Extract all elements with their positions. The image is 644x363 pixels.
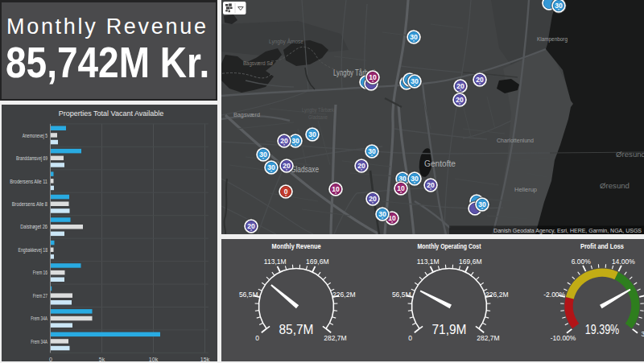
svg-text:30: 30 [259, 151, 267, 159]
svg-text:20: 20 [456, 96, 464, 104]
svg-text:Gladsaxe: Gladsaxe [308, 114, 328, 120]
svg-text:113,1M: 113,1M [264, 258, 287, 266]
svg-text:282,7M: 282,7M [324, 334, 346, 342]
svg-text:Monthly Revenue: Monthly Revenue [272, 242, 321, 250]
svg-text:0: 0 [408, 334, 412, 342]
svg-text:Øresund: Øresund [600, 182, 630, 190]
svg-text:Lyngby Åmose: Lyngby Åmose [269, 38, 303, 45]
svg-text:Properties Total Vacant Availa: Properties Total Vacant Available [59, 109, 164, 118]
svg-text:Frem 27: Frem 27 [33, 293, 47, 299]
svg-text:Hellerup: Hellerup [514, 186, 537, 193]
svg-text:19.39%: 19.39% [585, 323, 620, 336]
svg-text:30.00%: 30.00% [642, 330, 644, 338]
svg-text:30: 30 [478, 200, 486, 208]
svg-text:10k: 10k [149, 357, 159, 361]
svg-text:30: 30 [291, 137, 299, 145]
svg-text:20: 20 [476, 76, 484, 84]
svg-text:30: 30 [411, 77, 419, 85]
svg-text:Brodersens Alle 11: Brodersens Alle 11 [10, 179, 47, 184]
svg-text:Frem 16: Frem 16 [33, 270, 47, 275]
svg-text:169,6M: 169,6M [306, 258, 328, 266]
svg-text:20: 20 [456, 82, 464, 90]
svg-text:71,9M: 71,9M [432, 322, 467, 337]
svg-text:Anemonevej 5: Anemonevej 5 [23, 133, 47, 139]
svg-text:Danish Geodata Agency, Esri, H: Danish Geodata Agency, Esri, HERE, Garmi… [493, 228, 642, 234]
svg-text:-10.00%: -10.00% [551, 334, 576, 342]
svg-text:30: 30 [378, 210, 386, 218]
svg-text:30: 30 [411, 175, 419, 183]
svg-text:56,5M: 56,5M [239, 291, 258, 299]
svg-text:226,2M: 226,2M [332, 291, 355, 299]
svg-text:20: 20 [283, 162, 291, 170]
svg-text:20: 20 [369, 195, 377, 203]
svg-text:Lyngby Tårbæk: Lyngby Tårbæk [302, 107, 334, 113]
svg-text:20: 20 [357, 162, 365, 170]
svg-text:169,6M: 169,6M [459, 258, 481, 266]
svg-text:0: 0 [49, 357, 52, 361]
svg-text:Frem 34A: Frem 34A [31, 316, 47, 321]
svg-text:Gentofte: Gentofte [424, 159, 456, 168]
svg-text:20: 20 [427, 181, 435, 189]
svg-text:Dalstrøget 26: Dalstrøget 26 [20, 224, 47, 230]
svg-text:Brodersens Alle 8: Brodersens Alle 8 [12, 201, 47, 207]
svg-text:Bagsværd: Bagsværd [233, 111, 260, 118]
svg-text:Branddamsvej 69: Branddamsvej 69 [16, 155, 47, 162]
svg-text:10: 10 [369, 73, 377, 81]
svg-text:226,2M: 226,2M [485, 291, 508, 299]
svg-text:30: 30 [555, 2, 563, 10]
svg-text:85,7M: 85,7M [279, 322, 314, 337]
svg-text:Charlottenlund: Charlottenlund [497, 137, 534, 144]
svg-text:15k: 15k [200, 357, 210, 361]
svg-text:30: 30 [410, 33, 418, 41]
svg-text:0: 0 [284, 188, 288, 196]
svg-text:10: 10 [332, 185, 340, 193]
svg-text:30: 30 [368, 147, 376, 155]
svg-text:Gladsaxe: Gladsaxe [291, 165, 319, 174]
svg-text:Klampenborg: Klampenborg [537, 35, 568, 43]
svg-text:Monthly Operating Cost: Monthly Operating Cost [418, 242, 481, 250]
svg-text:282,7M: 282,7M [477, 334, 499, 342]
svg-text:20: 20 [247, 222, 255, 230]
svg-text:10: 10 [397, 184, 405, 192]
svg-text:Frem 34A: Frem 34A [31, 339, 47, 344]
svg-text:14.00%: 14.00% [612, 258, 635, 266]
svg-text:30: 30 [267, 163, 275, 171]
svg-text:Øresund: Øresund [616, 151, 644, 159]
svg-text:0: 0 [255, 334, 259, 342]
svg-text:6.00%: 6.00% [572, 258, 592, 266]
svg-text:113,1M: 113,1M [417, 258, 440, 266]
svg-text:5k: 5k [99, 357, 105, 361]
svg-text:Engbakkevej 18: Engbakkevej 18 [19, 247, 47, 254]
svg-text:56,5M: 56,5M [392, 291, 411, 299]
svg-text:30: 30 [308, 130, 316, 138]
svg-text:-2.00%: -2.00% [543, 291, 565, 299]
svg-text:Bagsværd Sø: Bagsværd Sø [243, 60, 273, 67]
svg-text:Profit and Loss: Profit and Loss [580, 242, 624, 250]
svg-text:20: 20 [280, 137, 288, 145]
